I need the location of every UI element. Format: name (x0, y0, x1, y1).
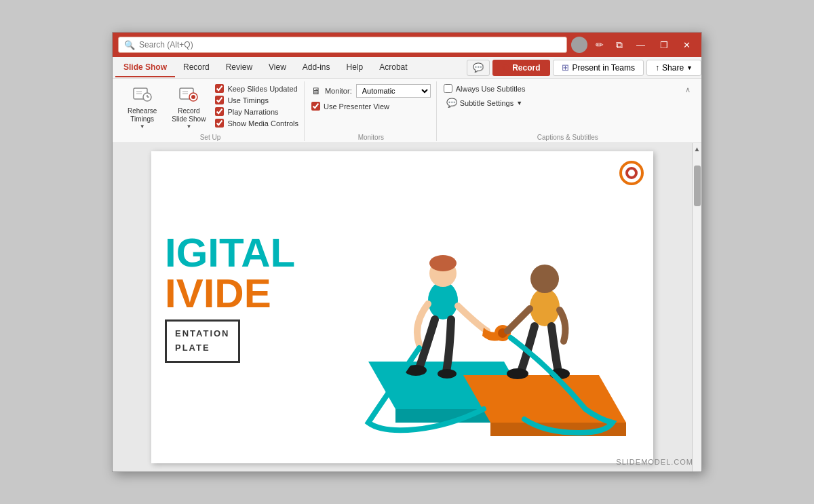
play-narrations-input[interactable] (215, 107, 224, 116)
svg-point-21 (438, 369, 457, 379)
subtitle-settings-icon: 💬 (446, 98, 457, 108)
record-slideshow-button[interactable]: RecordSlide Show ▼ (166, 81, 211, 132)
tab-record[interactable]: Record (175, 58, 218, 77)
use-presenter-view-label: Use Presenter View (324, 102, 389, 111)
setup-group: RehearseTimings ▼ RecordSlide (117, 81, 305, 141)
show-media-controls-input[interactable] (215, 119, 224, 128)
monitor-label: Monitor: (325, 87, 352, 95)
ribbon-tabs: Slide Show Record Review View Add-ins He… (113, 57, 701, 79)
record-button[interactable]: Record (492, 60, 549, 76)
slide-container: IGITAL IVIDE ENTATIONPLATE (113, 143, 692, 471)
tab-help[interactable]: Help (338, 58, 372, 77)
tab-slideshow[interactable]: Slide Show (115, 58, 175, 77)
share-label: Share (662, 63, 684, 73)
show-media-controls-label: Show Media Controls (227, 119, 298, 128)
search-bar[interactable]: 🔍 (118, 37, 567, 53)
teams-icon: ⊞ (562, 62, 569, 73)
subtitle-settings-button[interactable]: 💬 Subtitle Settings ▼ (444, 96, 526, 109)
tab-acrobat[interactable]: Acrobat (371, 58, 415, 77)
use-presenter-view-input[interactable] (311, 102, 320, 111)
svg-point-26 (507, 368, 528, 379)
title-bar-controls: ✏ ⧉ — ❐ ✕ (571, 37, 696, 53)
maximize-button[interactable]: ❐ (655, 39, 674, 52)
title-bar: 🔍 ✏ ⧉ — ❐ ✕ (113, 33, 701, 57)
record-arrow-icon: ▼ (186, 123, 191, 130)
monitors-content: 🖥 Monitor: Automatic Use Presenter View (311, 81, 431, 132)
monitors-group: 🖥 Monitor: Automatic Use Presenter View … (306, 81, 437, 141)
pen-icon[interactable]: ✏ (592, 38, 608, 52)
share-button[interactable]: ↑ Share ▼ (646, 60, 701, 76)
powerpoint-window: 🔍 ✏ ⧉ — ❐ ✕ Slide Show Record Review Vie… (112, 32, 702, 472)
record-ring (502, 64, 509, 71)
tab-review[interactable]: Review (218, 58, 260, 77)
tab-view[interactable]: View (260, 58, 294, 77)
share-icon: ↑ (655, 63, 659, 73)
slide-text: IGITAL IVIDE ENTATIONPLATE (165, 233, 295, 363)
rehearse-label: RehearseTimings (128, 107, 157, 123)
svg-marker-15 (463, 375, 626, 423)
avatar (571, 37, 587, 53)
captions-content: Always Use Subtitles 💬 Subtitle Settings… (444, 81, 692, 132)
record-slideshow-icon (178, 84, 199, 106)
show-media-controls-check[interactable]: Show Media Controls (215, 119, 298, 128)
minimize-button[interactable]: — (631, 39, 651, 52)
setup-group-label: Set Up (122, 132, 298, 141)
rehearse-timings-button[interactable]: RehearseTimings ▼ (122, 81, 162, 132)
keep-slides-updated-input[interactable] (215, 84, 224, 93)
slide-illustration (314, 151, 653, 463)
record-slideshow-label: RecordSlide Show (172, 107, 206, 123)
subtitle-chevron-icon: ▼ (516, 100, 522, 106)
monitor-select[interactable]: Automatic (356, 84, 431, 98)
svg-point-8 (191, 95, 195, 99)
slide-subtitle-box: ENTATIONPLATE (165, 319, 240, 363)
svg-point-25 (530, 265, 559, 293)
scroll-up-arrow[interactable]: ▲ (692, 143, 701, 155)
play-narrations-label: Play Narrations (227, 108, 278, 116)
rehearse-arrow-icon: ▼ (140, 123, 145, 130)
captions-group-label: Captions & Subtitles (444, 132, 692, 141)
svg-point-24 (530, 288, 560, 326)
ribbon-collapse-button[interactable]: ∧ (682, 84, 693, 96)
keep-slides-updated-check[interactable]: Keep Slides Updated (215, 84, 298, 93)
monitor-row: 🖥 Monitor: Automatic (311, 84, 431, 98)
message-button[interactable]: 💬 (467, 60, 490, 76)
tab-addins[interactable]: Add-ins (294, 58, 338, 77)
monitor-icon: 🖥 (311, 85, 321, 96)
search-icon: 🔍 (124, 40, 135, 50)
watermark: SLIDEMODEL.COM (616, 458, 693, 466)
subtitle-settings-label: Subtitle Settings (460, 99, 514, 107)
use-timings-input[interactable] (215, 96, 224, 104)
use-timings-label: Use Timings (227, 96, 269, 104)
scrollbar[interactable]: ▲ (692, 143, 701, 471)
monitor-section: 🖥 Monitor: Automatic Use Presenter View (311, 81, 431, 113)
present-teams-button[interactable]: ⊞ Present in Teams (553, 60, 644, 76)
svg-point-17 (428, 282, 458, 319)
always-use-subtitles-check[interactable]: Always Use Subtitles (444, 84, 526, 93)
slide-subtitle-text: ENTATIONPLATE (175, 327, 230, 355)
slide-title-divide: IVIDE (165, 273, 295, 314)
slide[interactable]: IGITAL IVIDE ENTATIONPLATE (151, 151, 653, 463)
ribbon-content: RehearseTimings ▼ RecordSlide (113, 79, 701, 143)
restore-icon[interactable]: ⧉ (612, 38, 627, 52)
record-btn-label: Record (512, 63, 540, 73)
always-use-subtitles-label: Always Use Subtitles (456, 85, 526, 93)
ribbon-checkboxes: Keep Slides Updated Use Timings Play Nar… (215, 81, 298, 130)
captions-group: Always Use Subtitles 💬 Subtitle Settings… (438, 81, 697, 141)
share-chevron-icon: ▼ (686, 64, 693, 71)
svg-point-19 (429, 255, 457, 271)
use-presenter-view-check[interactable]: Use Presenter View (311, 102, 431, 111)
slide-area: IGITAL IVIDE ENTATIONPLATE (113, 143, 701, 471)
close-button[interactable]: ✕ (678, 39, 696, 52)
captions-section: Always Use Subtitles 💬 Subtitle Settings… (444, 81, 526, 112)
ribbon-right-buttons: 💬 Record ⊞ Present in Teams ↑ Share ▼ (467, 60, 701, 76)
monitors-group-label: Monitors (311, 132, 431, 141)
slide-title-digital: IGITAL (165, 233, 295, 273)
setup-group-content: RehearseTimings ▼ RecordSlide (122, 81, 298, 132)
search-input[interactable] (139, 40, 561, 50)
always-use-subtitles-input[interactable] (444, 84, 452, 93)
keep-slides-updated-label: Keep Slides Updated (227, 85, 297, 93)
rehearse-icon (132, 84, 153, 106)
scrollbar-thumb[interactable] (694, 166, 701, 206)
use-timings-check[interactable]: Use Timings (215, 96, 298, 104)
play-narrations-check[interactable]: Play Narrations (215, 107, 298, 116)
